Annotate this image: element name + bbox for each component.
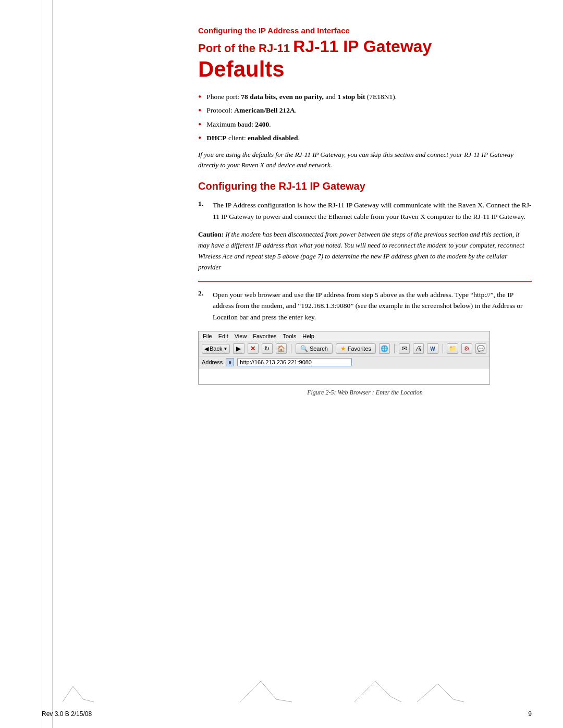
bottom-waves <box>31 676 532 707</box>
stop-icon: ✕ <box>250 345 255 352</box>
print-button[interactable]: 🖨 <box>413 343 424 354</box>
step-2: 2. Open your web browser and use the IP … <box>198 289 532 323</box>
bullet-dot-3: • <box>198 120 201 129</box>
menu-file[interactable]: File <box>203 333 212 339</box>
mail-button[interactable]: ✉ <box>399 343 410 354</box>
title-line1: Configuring the IP Address and Interface <box>198 26 532 35</box>
menu-edit[interactable]: Edit <box>218 333 228 339</box>
word-icon: W <box>430 346 435 352</box>
divider <box>198 281 532 282</box>
home-button[interactable]: 🏠 <box>276 343 287 354</box>
toolbar-separator-3 <box>443 344 443 353</box>
address-label: Address <box>202 359 223 365</box>
step-2-number: 2. <box>198 289 207 298</box>
browser-toolbar: ◀ Back ▼ ▶ ✕ ↻ 🏠 <box>199 341 489 356</box>
word-button[interactable]: W <box>427 343 438 354</box>
folder-icon: 📁 <box>449 345 457 352</box>
footer: Rev 3.0 B 2/15/08 9 <box>42 710 532 718</box>
toolbar-separator-1 <box>291 344 291 353</box>
title-line3-inline: RJ-11 IP Gateway <box>293 37 432 56</box>
bullet-dot-4: • <box>198 133 201 143</box>
page: Configuring the IP Address and Interface… <box>0 0 563 728</box>
step-1-number: 1. <box>198 200 207 208</box>
menu-tools[interactable]: Tools <box>283 333 297 339</box>
main-content: Configuring the IP Address and Interface… <box>198 26 532 728</box>
tools-icon: ⚙ <box>464 345 470 352</box>
refresh-button[interactable]: ↻ <box>262 343 273 354</box>
refresh-icon: ↻ <box>264 345 270 352</box>
back-button[interactable]: ◀ Back ▼ <box>202 344 230 354</box>
browser-mockup: File Edit View Favorites Tools Help ◀ Ba… <box>198 331 490 385</box>
title-line2-text: Port of the RJ-11 <box>198 42 293 55</box>
bullet-dot-2: • <box>198 106 201 115</box>
bullet-item-4: • DHCP client: enabled disabled. <box>198 133 532 143</box>
menu-view[interactable]: View <box>235 333 247 339</box>
home-icon: 🏠 <box>277 345 285 352</box>
globe-icon: 🌐 <box>381 345 388 352</box>
sidebar-line-2 <box>52 0 53 728</box>
caution-label: Caution: <box>198 230 224 238</box>
title-line4: Defaults <box>198 57 532 81</box>
bullet-list: • Phone port: 78 data bits, even no pari… <box>198 92 532 143</box>
bullet-text-3: Maximum baud: 2400. <box>206 119 271 130</box>
folder-button[interactable]: 📁 <box>447 343 458 354</box>
step-2-text: Open your web browser and use the IP add… <box>213 289 532 323</box>
browser-content <box>199 368 489 384</box>
bullet-text-4: DHCP client: enabled disabled. <box>206 133 300 143</box>
step-1: 1. The IP Address configuration is how t… <box>198 200 532 222</box>
back-dropdown-icon: ▼ <box>223 347 227 351</box>
section-heading: Configuring the RJ-11 IP Gateway <box>198 180 532 192</box>
bullet-item-2: • Protocol: American/Bell 212A. <box>198 105 532 116</box>
bullet-text-2: Protocol: American/Bell 212A. <box>206 105 297 116</box>
address-icon: e <box>226 358 234 366</box>
search-button[interactable]: 🔍 Search <box>296 343 333 354</box>
title-line2: Port of the RJ-11 RJ-11 IP Gateway <box>198 37 532 56</box>
forward-arrow-icon: ▶ <box>236 345 241 352</box>
browser-addressbar: Address e <box>199 356 489 368</box>
footer-page-number: 9 <box>528 710 532 718</box>
menu-favorites[interactable]: Favorites <box>253 333 276 339</box>
footer-revision: Rev 3.0 B 2/15/08 <box>42 710 92 718</box>
forward-button[interactable]: ▶ <box>233 343 244 354</box>
search-label: Search <box>310 346 328 352</box>
italic-note: If you are using the defaults for the RJ… <box>198 150 532 170</box>
caution-text: If the modem has been disconnected from … <box>198 230 524 270</box>
bullet-item-3: • Maximum baud: 2400. <box>198 119 532 130</box>
sidebar-line-1 <box>42 0 43 728</box>
star-icon: ★ <box>340 345 346 352</box>
print-icon: 🖨 <box>415 345 422 352</box>
step-1-text: The IP Address configuration is how the … <box>213 200 532 222</box>
tools-button[interactable]: ⚙ <box>461 343 472 354</box>
caution-block: Caution: If the modem has been disconnec… <box>198 229 532 273</box>
favorites-label: Favorites <box>348 346 371 352</box>
back-label: Back <box>210 346 222 352</box>
bullet-item-1: • Phone port: 78 data bits, even no pari… <box>198 92 532 102</box>
bullet-text-1: Phone port: 78 data bits, even no parity… <box>206 92 397 102</box>
figure-caption: Figure 2-5: Web Browser : Enter the Loca… <box>198 389 532 397</box>
menu-help[interactable]: Help <box>302 333 314 339</box>
stop-button[interactable]: ✕ <box>248 343 259 354</box>
mail-icon: ✉ <box>402 345 407 352</box>
messenger-button[interactable]: 💬 <box>475 343 486 354</box>
browser-menubar: File Edit View Favorites Tools Help <box>199 331 489 341</box>
search-icon: 🔍 <box>300 345 308 352</box>
back-arrow-icon: ◀ <box>204 346 209 352</box>
bullet-dot-1: • <box>198 92 201 102</box>
messenger-icon: 💬 <box>477 345 485 352</box>
favorites-button[interactable]: ★ Favorites <box>336 343 376 354</box>
media-button[interactable]: 🌐 <box>379 343 390 354</box>
toolbar-separator-2 <box>394 344 395 353</box>
address-input[interactable] <box>237 358 352 366</box>
title-block: Configuring the IP Address and Interface… <box>198 26 532 81</box>
